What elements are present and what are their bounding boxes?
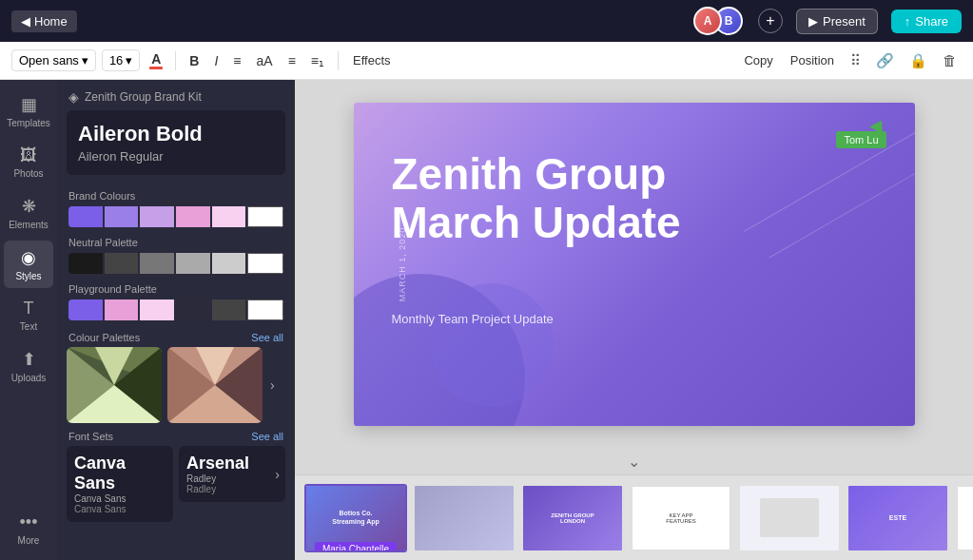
brand-colours-section: Brand Colours [57, 184, 295, 231]
templates-icon: ▦ [21, 94, 37, 115]
palette-svg-1 [67, 347, 162, 423]
brand-colours-label: Brand Colours [68, 190, 283, 202]
lock-button[interactable]: 🔒 [905, 49, 932, 72]
brand-kit-label: Zenith Group Brand Kit [85, 90, 202, 104]
thumbnail-7[interactable]: • item• item• item [955, 484, 973, 552]
brand-kit-icon: ◈ [68, 89, 79, 105]
font-set-name-2: Arsenal [186, 454, 278, 473]
colour-palettes-header: Colour Palettes See all [57, 324, 295, 347]
cursor-tooltip: Tom Lu [836, 131, 885, 148]
font-size-select[interactable]: 16 ▾ [102, 49, 140, 71]
thumbnail-5[interactable] [738, 484, 841, 552]
sidebar-item-text[interactable]: T Text [4, 292, 53, 338]
sidebar-item-uploads[interactable]: ⬆ Uploads [4, 342, 53, 390]
add-collaborator-button[interactable]: + [758, 9, 783, 33]
font-set-sub2-1: Canva Sans [74, 504, 165, 514]
present-button[interactable]: ▶ Present [796, 9, 878, 34]
text-color-button[interactable]: A [146, 50, 166, 71]
font-set-name-1: Canva Sans [74, 454, 165, 493]
share-icon: ↑ [905, 14, 911, 29]
panel-toggle[interactable]: ⌄ [295, 449, 973, 474]
text-toolbar: Open sans ▾ 16 ▾ A B I ≡ aA ≡ ≡₁ Effects… [0, 42, 973, 80]
thumbnail-2[interactable] [413, 484, 516, 552]
effects-button[interactable]: Effects [347, 50, 397, 70]
font-family-select[interactable]: Open sans ▾ [11, 49, 96, 71]
list-button[interactable]: ≡ [283, 50, 301, 71]
canvas-main: Zenith Group March Update Monthly Team P… [295, 80, 973, 449]
playground-palette-section: Playground Palette [57, 278, 295, 324]
more-icon: ••• [20, 512, 38, 532]
thumbnail-1[interactable]: Botios Co.Streaming App Maria Chantelle [304, 484, 407, 552]
more-label: More [18, 535, 40, 546]
slide-subtitle: Monthly Team Project Update [392, 312, 554, 326]
sidebar-item-photos[interactable]: 🖼 Photos [4, 139, 53, 185]
font-set-sub2-2: Radley [186, 484, 278, 494]
position-button[interactable]: Position [785, 50, 840, 70]
slide-circle-medium [430, 283, 554, 407]
elements-icon: ❋ [22, 196, 36, 217]
align-button[interactable]: ≡ [228, 50, 245, 71]
sidebar-item-styles[interactable]: ◉ Styles [4, 241, 53, 288]
brand-secondary-font: Aileron Regular [78, 149, 274, 164]
canvas-area: Zenith Group March Update Monthly Team P… [295, 80, 973, 560]
colour-palettes-title: Colour Palettes [68, 332, 140, 343]
thumbnail-6[interactable]: ESTE [847, 484, 949, 552]
brand-kit-header: ◈ Zenith Group Brand Kit [57, 80, 295, 110]
styles-label: Styles [15, 271, 41, 281]
thumbnail-3[interactable]: ZENITH GROUPLONDON [521, 484, 624, 552]
copy-button[interactable]: Copy [738, 50, 778, 70]
sidebar-item-elements[interactable]: ❋ Elements [4, 189, 53, 237]
top-nav: ◀ Home A B + ▶ Present ↑ Share [0, 0, 973, 42]
playground-palette-label: Playground Palette [68, 283, 283, 295]
link-button[interactable]: 🔗 [871, 49, 899, 72]
share-button[interactable]: ↑ Share [891, 10, 962, 33]
size-dropdown-icon: ▾ [126, 53, 132, 68]
photos-icon: 🖼 [20, 145, 37, 165]
font-set-canva-sans[interactable]: Canva Sans Canva Sans Canva Sans [67, 446, 173, 522]
colour-palettes-grid: › [57, 347, 295, 423]
thumbnail-4[interactable]: KEY APPFEATURES [630, 484, 732, 552]
font-set-sub1-1: Canva Sans [74, 493, 165, 504]
chevron-down-icon: ⌄ [628, 453, 640, 471]
slide-date: MARCH 1, 2020 [398, 227, 407, 302]
uploads-icon: ⬆ [22, 349, 36, 370]
font-set-arsenal[interactable]: Arsenal Radley Radley [179, 446, 285, 502]
sidebar-item-more[interactable]: ••• More [4, 506, 53, 552]
sidebar-item-templates[interactable]: ▦ Templates [4, 87, 53, 135]
brand-primary-font: Aileron Bold [78, 122, 274, 146]
divider-1 [175, 51, 176, 70]
case-button[interactable]: aA [252, 50, 278, 71]
avatar-1: A [693, 7, 722, 35]
neutral-swatches [68, 253, 283, 274]
sidebar: ▦ Templates 🖼 Photos ❋ Elements ◉ Styles… [0, 80, 57, 560]
back-button[interactable]: ◀ Home [11, 10, 77, 32]
font-set-sub1-2: Radley [186, 473, 278, 484]
list2-button[interactable]: ≡₁ [306, 50, 329, 71]
photos-label: Photos [13, 168, 43, 179]
colour-palettes-see-all[interactable]: See all [251, 332, 283, 343]
slide-line-2 [769, 139, 915, 259]
font-sets-header: Font Sets See all [57, 423, 295, 446]
italic-button[interactable]: I [209, 50, 223, 71]
neutral-palette-section: Neutral Palette [57, 231, 295, 278]
main-content: ▦ Templates 🖼 Photos ❋ Elements ◉ Styles… [0, 80, 973, 560]
slide-background: Zenith Group March Update Monthly Team P… [354, 103, 915, 426]
text-icon: T [24, 299, 34, 319]
divider-2 [338, 51, 339, 70]
templates-label: Templates [7, 118, 50, 128]
elements-label: Elements [9, 220, 49, 230]
palette-chevron-icon[interactable]: › [270, 377, 275, 393]
trash-button[interactable]: 🗑 [938, 49, 962, 71]
font-dropdown-icon: ▾ [82, 53, 88, 68]
brand-swatches [68, 206, 283, 227]
font-sets-title: Font Sets [68, 431, 113, 442]
bold-button[interactable]: B [185, 50, 204, 71]
palette-item-1[interactable] [67, 347, 162, 423]
grip-button[interactable]: ⠿ [846, 49, 866, 72]
back-arrow-icon: ◀ [21, 14, 30, 29]
brand-panel: ◈ Zenith Group Brand Kit Aileron Bold Ai… [57, 80, 295, 560]
font-sets-see-all[interactable]: See all [251, 431, 283, 442]
palette-item-2[interactable] [167, 347, 263, 423]
slide-canvas[interactable]: Zenith Group March Update Monthly Team P… [354, 103, 915, 426]
uploads-label: Uploads [11, 373, 47, 383]
